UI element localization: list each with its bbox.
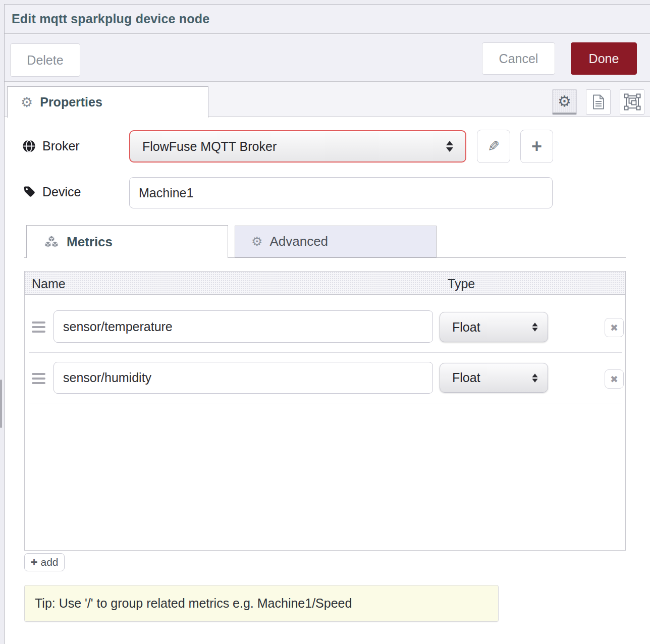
- tag-icon: [23, 186, 36, 198]
- tab-advanced[interactable]: ⚙ Advanced: [235, 226, 437, 257]
- plus-icon: +: [531, 137, 542, 155]
- metric-type-select[interactable]: Float: [440, 312, 548, 342]
- metrics-table-header: Name Type: [25, 272, 625, 295]
- metric-name-input[interactable]: [53, 310, 433, 343]
- gear-icon: ⚙: [558, 94, 571, 109]
- plus-icon: +: [30, 556, 37, 568]
- broker-select[interactable]: FlowFuse MQTT Broker: [129, 130, 466, 163]
- tab-properties[interactable]: ⚙ Properties: [7, 86, 208, 118]
- add-metric-button[interactable]: + add: [24, 553, 65, 571]
- close-icon: ✖: [610, 373, 618, 385]
- dialog-title: Edit mqtt sparkplug device node: [12, 12, 209, 26]
- row-divider: [29, 403, 622, 403]
- tab-metrics-label: Metrics: [67, 234, 113, 250]
- device-input[interactable]: [129, 177, 553, 208]
- close-icon: ✖: [610, 322, 618, 333]
- globe-icon: [22, 139, 36, 153]
- metric-name-input[interactable]: [53, 362, 433, 394]
- tab-properties-label: Properties: [40, 95, 102, 110]
- drag-handle[interactable]: [32, 321, 45, 333]
- delete-button[interactable]: Delete: [10, 43, 80, 77]
- done-button[interactable]: Done: [571, 42, 637, 75]
- gear-icon: ⚙: [21, 95, 33, 109]
- scrollbar-thumb[interactable]: [0, 380, 2, 428]
- metrics-table: Name Type Float ✖ Float ✖: [24, 271, 626, 551]
- metric-type-select[interactable]: Float: [440, 363, 548, 393]
- edit-node-dialog: Edit mqtt sparkplug device node Delete C…: [0, 0, 650, 644]
- node-settings-button[interactable]: ⚙: [552, 89, 577, 115]
- device-label: Device: [23, 185, 81, 199]
- column-header-name: Name: [32, 277, 66, 291]
- add-broker-button[interactable]: +: [520, 130, 553, 163]
- broker-select-value: FlowFuse MQTT Broker: [142, 139, 446, 154]
- pencil-icon: ✎: [488, 138, 500, 155]
- description-button[interactable]: [586, 89, 611, 115]
- select-arrows-icon: [446, 141, 453, 152]
- row-divider: [29, 352, 622, 353]
- column-header-type: Type: [448, 277, 475, 291]
- select-arrows-icon: [532, 323, 537, 332]
- tab-advanced-label: Advanced: [269, 234, 328, 249]
- drag-handle[interactable]: [32, 373, 45, 384]
- select-arrows-icon: [532, 373, 537, 383]
- gear-icon: ⚙: [251, 235, 262, 248]
- cubes-icon: [44, 235, 59, 249]
- appearance-button[interactable]: [620, 89, 644, 115]
- tip-box: Tip: Use '/' to group related metrics e.…: [24, 585, 499, 622]
- edit-broker-button[interactable]: ✎: [477, 130, 510, 163]
- document-icon: [592, 94, 605, 110]
- remove-metric-button[interactable]: ✖: [605, 318, 624, 337]
- tip-text: Tip: Use '/' to group related metrics e.…: [35, 596, 352, 611]
- dialog-title-bar: Edit mqtt sparkplug device node: [5, 5, 650, 34]
- cancel-button[interactable]: Cancel: [482, 42, 555, 75]
- appearance-icon: [624, 93, 641, 111]
- remove-metric-button[interactable]: ✖: [605, 369, 624, 389]
- broker-label: Broker: [22, 139, 80, 153]
- tab-metrics[interactable]: Metrics: [26, 225, 228, 258]
